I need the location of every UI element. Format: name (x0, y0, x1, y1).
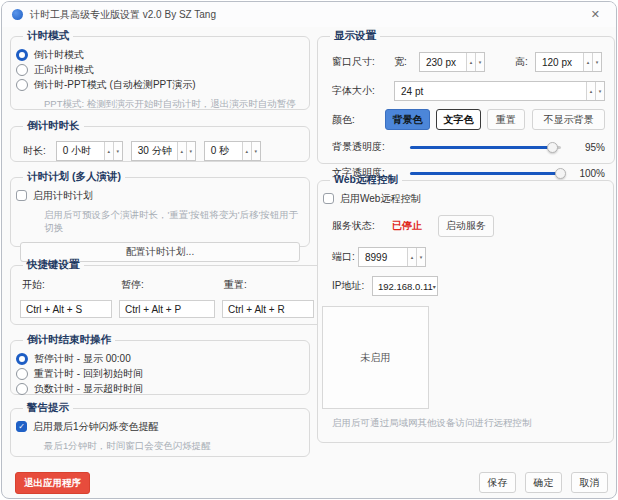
service-status-label: 服务状态: (332, 219, 392, 233)
bg-opacity-label: 背景透明度: (332, 140, 400, 154)
timing-mode-group: 计时模式 倒计时模式 正向计时模式 倒计时-PPT模式 (自动检测PPT演示) … (10, 29, 310, 110)
duration-label: 时长: (23, 144, 46, 158)
radio-icon[interactable] (16, 368, 28, 380)
minutes-spinner[interactable]: 30 分钟 ▴ ▾ (131, 141, 196, 161)
warning-group: 警告提示 ✓ 启用最后1分钟闪烁变色提醒 最后1分钟时，时间窗口会变色闪烁提醒 (10, 401, 310, 457)
start-service-button[interactable]: 启动服务 (438, 215, 494, 237)
spin-up-icon[interactable]: ▴ (466, 53, 475, 71)
cancel-button[interactable]: 取消 (571, 472, 608, 493)
radio-selected-icon[interactable] (16, 49, 28, 61)
footer-buttons: 保存 确定 取消 (479, 472, 608, 493)
spin-down-icon[interactable]: ▾ (595, 82, 604, 100)
spin-up-icon[interactable]: ▴ (586, 82, 595, 100)
radio-label: 暂停计时 - 显示 00:00 (34, 352, 131, 366)
spin-down-icon[interactable]: ▾ (416, 248, 425, 266)
height-label: 高: (515, 55, 535, 69)
slider-thumb[interactable] (547, 142, 558, 153)
display-settings-group: 显示设置 窗口尺寸: 宽: 230 px ▴ ▾ 高: 120 px ▴ ▾ 字… (317, 29, 615, 164)
spin-down-icon[interactable]: ▾ (251, 142, 260, 160)
flash-warning-checkbox-row[interactable]: ✓ 启用最后1分钟闪烁变色提醒 (16, 419, 300, 434)
width-value: 230 px (420, 53, 466, 71)
radio-negative-on-end[interactable]: 负数计时 - 显示超时时间 (16, 381, 300, 396)
web-remote-title: Web远程控制 (330, 173, 402, 187)
ip-value: 192.168.0.11 (378, 281, 433, 292)
reset-hotkey-input[interactable]: Ctrl + Alt + R (222, 300, 314, 318)
no-background-button[interactable]: 不显示背景 (532, 109, 605, 130)
bg-opacity-value: 95% (571, 142, 605, 153)
minutes-value: 30 分钟 (132, 142, 177, 160)
text-color-button[interactable]: 文字色 (436, 109, 481, 130)
spin-up-icon[interactable]: ▴ (242, 142, 251, 160)
bg-color-button[interactable]: 背景色 (385, 109, 430, 130)
radio-label: 正向计时模式 (34, 63, 94, 77)
radio-label: 倒计时模式 (34, 48, 84, 62)
checkbox-checked-icon[interactable]: ✓ (16, 421, 27, 432)
display-settings-title: 显示设置 (330, 29, 380, 43)
plan-hint: 启用后可预设多个演讲时长，'重置'按钮将变为'后移'按钮用于切换 (44, 209, 300, 235)
timing-mode-title: 计时模式 (23, 29, 73, 43)
spin-down-icon[interactable]: ▾ (592, 53, 601, 71)
duration-group: 倒计时时长 时长: 0 小时 ▴ ▾ 30 分钟 ▴ ▾ 0 秒 ▴ ▾ (10, 119, 310, 162)
radio-icon[interactable] (16, 383, 28, 395)
radio-selected-icon[interactable] (16, 353, 28, 365)
hotkeys-title: 快捷键设置 (23, 258, 84, 272)
checkbox-unchecked-icon[interactable] (323, 193, 334, 204)
pause-hotkey-input[interactable]: Ctrl + Alt + P (119, 300, 215, 318)
spin-up-icon[interactable]: ▴ (407, 248, 416, 266)
reset-hotkey-label: 重置: (222, 278, 314, 292)
width-label: 宽: (394, 55, 419, 69)
spin-down-icon[interactable]: ▾ (113, 142, 122, 160)
spin-up-icon[interactable]: ▴ (104, 142, 113, 160)
settings-window: 计时工具高级专业版设置 v2.0 By SZ Tang ✕ 计时模式 倒计时模式… (1, 1, 617, 499)
checkbox-label: 启用最后1分钟闪烁变色提醒 (33, 420, 159, 434)
hotkeys-group: 快捷键设置 开始: 暂停: 重置: Ctrl + Alt + S Ctrl + … (10, 258, 324, 325)
enable-plan-checkbox-row[interactable]: 启用计时计划 (16, 188, 300, 203)
radio-label: 重置计时 - 回到初始时间 (34, 367, 143, 381)
radio-icon[interactable] (16, 64, 28, 76)
spin-up-icon[interactable]: ▴ (177, 142, 186, 160)
port-label: 端口: (332, 250, 358, 264)
start-hotkey-input[interactable]: Ctrl + Alt + S (20, 300, 112, 318)
checkbox-unchecked-icon[interactable] (16, 190, 27, 201)
seconds-value: 0 秒 (205, 142, 242, 160)
exit-app-button[interactable]: 退出应用程序 (15, 472, 90, 494)
spin-down-icon[interactable]: ▾ (475, 53, 484, 71)
color-label: 颜色: (332, 113, 385, 127)
bg-opacity-slider[interactable] (410, 146, 561, 149)
service-status-badge: 已停止 (392, 219, 430, 233)
app-icon (12, 9, 23, 20)
warning-title: 警告提示 (23, 401, 73, 415)
radio-pause-on-end[interactable]: 暂停计时 - 显示 00:00 (16, 351, 300, 366)
radio-reset-on-end[interactable]: 重置计时 - 回到初始时间 (16, 366, 300, 381)
radio-countdown-mode[interactable]: 倒计时模式 (16, 47, 300, 62)
enable-web-checkbox-row[interactable]: 启用Web远程控制 (323, 191, 604, 206)
radio-label: 倒计时-PPT模式 (自动检测PPT演示) (34, 78, 196, 92)
radio-countup-mode[interactable]: 正向计时模式 (16, 62, 300, 77)
seconds-spinner[interactable]: 0 秒 ▴ ▾ (204, 141, 261, 161)
warning-hint: 最后1分钟时，时间窗口会变色闪烁提醒 (44, 440, 300, 453)
radio-icon[interactable] (16, 79, 28, 91)
radio-ppt-mode[interactable]: 倒计时-PPT模式 (自动检测PPT演示) (16, 77, 300, 92)
hours-spinner[interactable]: 0 小时 ▴ ▾ (56, 141, 123, 161)
close-icon[interactable]: ✕ (585, 7, 606, 22)
height-value: 120 px (536, 53, 583, 71)
window-width-spinner[interactable]: 230 px ▴ ▾ (419, 52, 485, 72)
ip-address-dropdown[interactable]: 192.168.0.11 ▾ (372, 276, 438, 296)
end-action-title: 倒计时结束时操作 (23, 333, 115, 347)
start-hotkey-label: 开始: (20, 278, 112, 292)
port-spinner[interactable]: 8999 ▴ ▾ (358, 247, 426, 267)
color-reset-button[interactable]: 重置 (487, 109, 525, 130)
window-size-label: 窗口尺寸: (332, 55, 394, 69)
spin-up-icon[interactable]: ▴ (583, 53, 592, 71)
save-button[interactable]: 保存 (479, 472, 516, 493)
pause-hotkey-label: 暂停: (119, 278, 215, 292)
window-height-spinner[interactable]: 120 px ▴ ▾ (535, 52, 602, 72)
timing-plan-title: 计时计划 (多人演讲) (23, 170, 125, 184)
ip-label: IP地址: (332, 279, 372, 293)
duration-title: 倒计时时长 (23, 119, 84, 133)
titlebar: 计时工具高级专业版设置 v2.0 By SZ Tang ✕ (2, 2, 616, 27)
font-size-spinner[interactable]: 24 pt ▴ ▾ (394, 81, 605, 101)
qr-placeholder-text: 未启用 (361, 351, 391, 365)
ok-button[interactable]: 确定 (525, 472, 562, 493)
spin-down-icon[interactable]: ▾ (186, 142, 195, 160)
